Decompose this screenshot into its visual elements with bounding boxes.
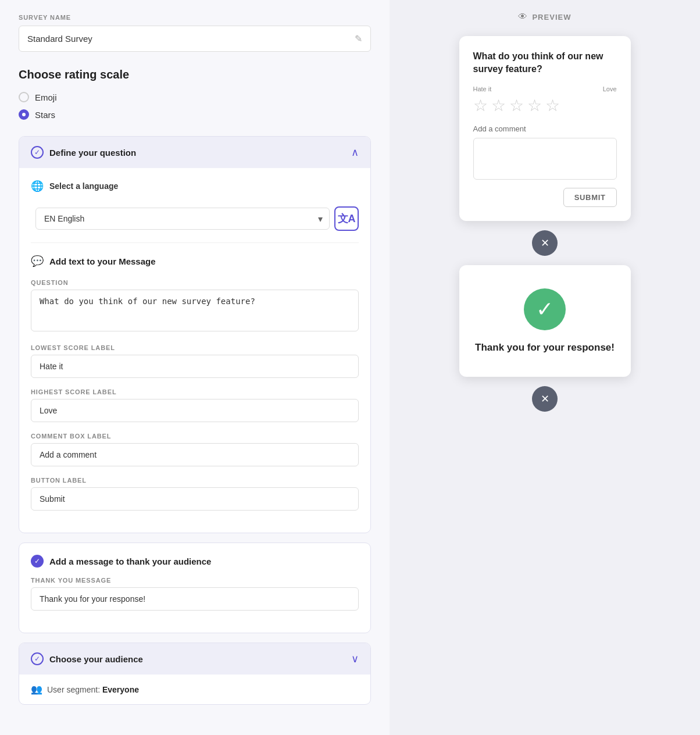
- lowest-score-field-label: LOWEST SCORE LABEL: [31, 344, 359, 351]
- audience-segment-label: User segment:: [47, 685, 100, 694]
- emoji-radio-circle[interactable]: [19, 92, 29, 102]
- message-section: 💬 Add text to your Message QUESTION What…: [31, 242, 359, 511]
- audience-check-icon: ✓: [31, 652, 44, 665]
- section-header-left: ✓ Define your question: [31, 146, 136, 159]
- star-5[interactable]: ☆: [545, 96, 560, 115]
- define-question-header[interactable]: ✓ Define your question ∧: [19, 137, 370, 168]
- highest-score-field-label: HIGHEST SCORE LABEL: [31, 388, 359, 395]
- audience-chevron-icon: ∨: [351, 652, 359, 665]
- audience-header[interactable]: ✓ Choose your audience ∨: [19, 643, 370, 675]
- star-4[interactable]: ☆: [527, 96, 542, 115]
- close-thankyou-icon: ✕: [541, 393, 549, 405]
- close-survey-button[interactable]: ✕: [532, 230, 558, 256]
- preview-submit-button[interactable]: SUBMIT: [563, 188, 617, 207]
- button-label-input[interactable]: [31, 487, 359, 511]
- thankyou-section: ✓ Add a message to thank your audience T…: [19, 543, 371, 633]
- survey-name-field: Standard Survey ✎: [19, 26, 371, 52]
- question-field-label: QUESTION: [31, 279, 359, 286]
- thankyou-check-icon: ✓: [31, 555, 44, 568]
- message-title: Add text to your Message: [49, 256, 156, 266]
- preview-lowest-label: Hate it: [473, 85, 492, 92]
- language-select-container: EN English 文A: [35, 206, 359, 231]
- edit-icon[interactable]: ✎: [355, 33, 362, 44]
- language-icon: 🌐: [31, 180, 44, 192]
- audience-section: ✓ Choose your audience ∨ 👥 User segment:…: [19, 643, 371, 705]
- lowest-score-input[interactable]: [31, 355, 359, 378]
- preview-label-row: 👁 PREVIEW: [407, 12, 683, 22]
- thankyou-preview-text: Thank you for your response!: [475, 342, 615, 354]
- preview-label: PREVIEW: [532, 13, 571, 22]
- message-icon: 💬: [31, 255, 44, 267]
- highest-score-input[interactable]: [31, 399, 359, 422]
- stars-radio-item[interactable]: Stars: [19, 109, 371, 120]
- comment-box-input[interactable]: [31, 443, 359, 466]
- stars-radio-circle[interactable]: [19, 109, 29, 120]
- define-check-icon: ✓: [31, 146, 44, 159]
- audience-body: 👥 User segment: Everyone: [19, 675, 370, 704]
- survey-preview-card: What do you think of our new survey feat…: [459, 36, 631, 221]
- language-row: 🌐 Select a language: [31, 180, 359, 192]
- preview-highest-label: Love: [603, 85, 617, 92]
- thankyou-section-title: Add a message to thank your audience: [49, 556, 211, 566]
- preview-question: What do you think of our new survey feat…: [473, 50, 617, 76]
- define-question-body: 🌐 Select a language EN English 文A 💬 Add …: [19, 168, 370, 533]
- thankyou-preview-card: ✓ Thank you for your response!: [459, 265, 631, 377]
- audience-section-title: Choose your audience: [49, 654, 143, 664]
- audience-header-left: ✓ Choose your audience: [31, 652, 143, 665]
- preview-comment-label: Add a comment: [473, 124, 617, 133]
- comment-box-field-label: COMMENT BOX LABEL: [31, 433, 359, 440]
- thankyou-header: ✓ Add a message to thank your audience: [31, 555, 359, 568]
- language-select[interactable]: EN English: [35, 208, 330, 230]
- survey-name-label: SURVEY NAME: [19, 14, 371, 21]
- rating-scale-title: Choose rating scale: [19, 68, 371, 81]
- close-icon: ✕: [541, 237, 549, 249]
- close-thankyou-button[interactable]: ✕: [532, 386, 558, 412]
- submit-row: SUBMIT: [473, 188, 617, 207]
- emoji-radio-item[interactable]: Emoji: [19, 92, 371, 102]
- right-panel: 👁 PREVIEW What do you think of our new s…: [390, 0, 700, 735]
- thankyou-message-input[interactable]: [31, 587, 359, 611]
- thankyou-message-label: THANK YOU MESSAGE: [31, 577, 359, 584]
- lowest-score-field-group: LOWEST SCORE LABEL: [31, 344, 359, 378]
- survey-name-value: Standard Survey: [27, 34, 92, 44]
- highest-score-field-group: HIGHEST SCORE LABEL: [31, 388, 359, 422]
- star-2[interactable]: ☆: [491, 96, 506, 115]
- button-label-field-group: BUTTON LABEL: [31, 477, 359, 511]
- audience-text: User segment: Everyone: [47, 685, 139, 694]
- audience-segment-value: Everyone: [102, 685, 139, 694]
- preview-scale-labels: Hate it Love: [473, 85, 617, 92]
- question-input[interactable]: What do you think of our new survey feat…: [31, 290, 359, 331]
- stars-label: Stars: [35, 110, 55, 120]
- message-header: 💬 Add text to your Message: [31, 255, 359, 267]
- translate-button[interactable]: 文A: [334, 206, 359, 231]
- define-question-section: ✓ Define your question ∧ 🌐 Select a lang…: [19, 136, 371, 533]
- green-check-circle: ✓: [524, 288, 566, 330]
- users-icon: 👥: [31, 684, 42, 695]
- preview-comment-box[interactable]: [473, 138, 617, 180]
- comment-box-field-group: COMMENT BOX LABEL: [31, 433, 359, 466]
- chevron-up-icon: ∧: [351, 146, 359, 159]
- star-3[interactable]: ☆: [509, 96, 524, 115]
- eye-icon: 👁: [518, 12, 527, 22]
- emoji-label: Emoji: [35, 92, 57, 102]
- question-field-group: QUESTION What do you think of our new su…: [31, 279, 359, 334]
- language-select-wrapper[interactable]: EN English: [35, 208, 330, 230]
- star-1[interactable]: ☆: [473, 96, 488, 115]
- rating-scale-radio-group: Emoji Stars: [19, 92, 371, 120]
- stars-row[interactable]: ☆ ☆ ☆ ☆ ☆: [473, 96, 617, 115]
- define-question-title: Define your question: [49, 148, 136, 158]
- thankyou-message-field-group: THANK YOU MESSAGE: [31, 577, 359, 611]
- language-label: Select a language: [49, 181, 118, 191]
- button-label-field-label: BUTTON LABEL: [31, 477, 359, 484]
- left-panel: SURVEY NAME Standard Survey ✎ Choose rat…: [0, 0, 390, 735]
